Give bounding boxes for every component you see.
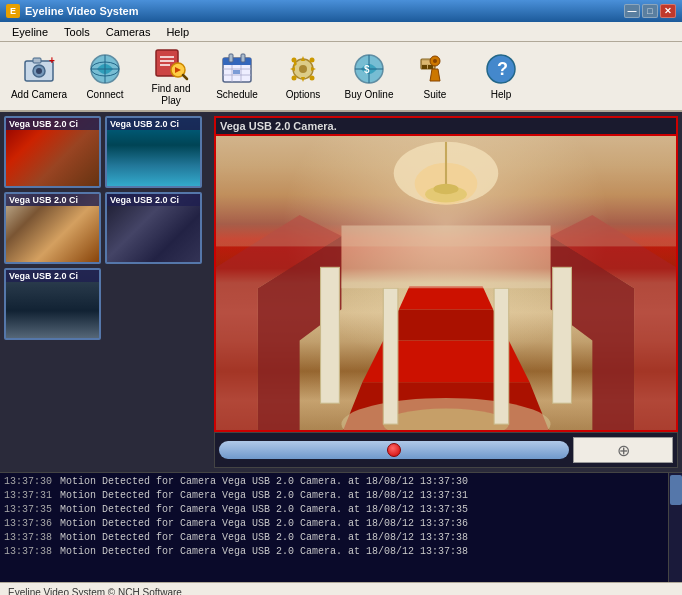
buy-online-icon: $ xyxy=(351,51,387,87)
log-entry-0: 13:37:30 Motion Detected for Camera Vega… xyxy=(4,475,678,488)
suite-button[interactable]: Suite xyxy=(404,46,466,106)
log-msg-4: Motion Detected for Camera Vega USB 2.0 … xyxy=(60,532,468,543)
connect-icon xyxy=(87,51,123,87)
window-title: Eyeline Video System xyxy=(25,5,624,17)
log-msg-3: Motion Detected for Camera Vega USB 2.0 … xyxy=(60,518,468,529)
window-controls: — □ ✕ xyxy=(624,4,676,18)
help-label: Help xyxy=(491,89,512,101)
svg-rect-24 xyxy=(233,70,240,74)
buy-online-button[interactable]: $ Buy Online xyxy=(338,46,400,106)
find-and-play-label: Find and Play xyxy=(141,83,201,107)
help-icon: ? xyxy=(483,51,519,87)
playback-position xyxy=(387,443,401,457)
main-video-panel: Vega USB 2.0 Camera. xyxy=(210,112,682,472)
playback-bar[interactable] xyxy=(219,441,569,459)
camera-thumb-3[interactable]: Vega USB 2.0 Ci xyxy=(4,192,101,264)
menu-help[interactable]: Help xyxy=(158,24,197,40)
svg-point-40 xyxy=(433,59,437,63)
camera-thumb-4[interactable]: Vega USB 2.0 Ci xyxy=(105,192,202,264)
camera-row-2: Vega USB 2.0 Ci Vega USB 2.0 Ci xyxy=(4,192,206,264)
svg-text:?: ? xyxy=(497,59,508,79)
svg-line-14 xyxy=(183,75,187,79)
status-bar: Eyeline Video System © NCH Software xyxy=(0,582,682,595)
svg-rect-59 xyxy=(383,288,398,424)
main-video-frame[interactable] xyxy=(214,134,678,432)
camera-row-3: Vega USB 2.0 Ci xyxy=(4,268,206,340)
log-time-0: 13:37:30 xyxy=(4,476,52,487)
svg-point-27 xyxy=(292,58,297,63)
minimize-button[interactable]: — xyxy=(624,4,640,18)
svg-rect-18 xyxy=(229,54,233,62)
camera-label-3: Vega USB 2.0 Ci xyxy=(6,194,99,206)
toolbar: + Add Camera Connect xyxy=(0,42,682,112)
svg-rect-36 xyxy=(422,65,427,69)
add-camera-button[interactable]: + Add Camera xyxy=(8,46,70,106)
log-time-4: 13:37:38 xyxy=(4,532,52,543)
schedule-button[interactable]: Schedule xyxy=(206,46,268,106)
app-icon: E xyxy=(6,4,20,18)
camera-label-5: Vega USB 2.0 Ci xyxy=(6,270,99,282)
find-and-play-button[interactable]: Find and Play xyxy=(140,46,202,106)
log-msg-0: Motion Detected for Camera Vega USB 2.0 … xyxy=(60,476,468,487)
menu-eyeline[interactable]: Eyeline xyxy=(4,24,56,40)
svg-rect-63 xyxy=(341,226,550,289)
title-bar: E Eyeline Video System — □ ✕ xyxy=(0,0,682,22)
connect-button[interactable]: Connect xyxy=(74,46,136,106)
log-entry-1: 13:37:31 Motion Detected for Camera Vega… xyxy=(4,489,678,502)
camera-row-1: Vega USB 2.0 Ci Vega USB 2.0 Ci xyxy=(4,116,206,188)
camera-thumb-5[interactable]: Vega USB 2.0 Ci xyxy=(4,268,101,340)
log-time-5: 13:37:38 xyxy=(4,546,52,557)
svg-rect-58 xyxy=(321,267,340,403)
menu-cameras[interactable]: Cameras xyxy=(98,24,159,40)
close-button[interactable]: ✕ xyxy=(660,4,676,18)
svg-rect-3 xyxy=(33,58,41,63)
log-entry-4: 13:37:38 Motion Detected for Camera Vega… xyxy=(4,531,678,544)
camera-label-2: Vega USB 2.0 Ci xyxy=(107,118,200,130)
connect-label: Connect xyxy=(86,89,123,101)
maximize-button[interactable]: □ xyxy=(642,4,658,18)
svg-point-29 xyxy=(292,76,297,81)
log-msg-2: Motion Detected for Camera Vega USB 2.0 … xyxy=(60,504,468,515)
status-text: Eyeline Video System © NCH Software xyxy=(8,587,182,595)
ptz-controls[interactable]: ⊕ xyxy=(573,437,673,463)
schedule-icon xyxy=(219,51,255,87)
log-msg-1: Motion Detected for Camera Vega USB 2.0 … xyxy=(60,490,468,501)
log-time-3: 13:37:36 xyxy=(4,518,52,529)
video-controls-bar: ⊕ xyxy=(214,432,678,468)
menu-tools[interactable]: Tools xyxy=(56,24,98,40)
camera-label-1: Vega USB 2.0 Ci xyxy=(6,118,99,130)
svg-rect-19 xyxy=(241,54,245,62)
svg-rect-17 xyxy=(223,58,251,65)
svg-rect-60 xyxy=(553,267,572,403)
svg-text:+: + xyxy=(49,55,55,66)
options-button[interactable]: Options xyxy=(272,46,334,106)
log-entry-5: 13:37:38 Motion Detected for Camera Vega… xyxy=(4,545,678,558)
svg-point-30 xyxy=(310,76,315,81)
svg-text:$: $ xyxy=(364,64,370,75)
video-title: Vega USB 2.0 Camera. xyxy=(214,116,678,134)
log-scrollbar-thumb xyxy=(670,475,682,505)
log-time-1: 13:37:31 xyxy=(4,490,52,501)
buy-online-label: Buy Online xyxy=(345,89,394,101)
log-entry-2: 13:37:35 Motion Detected for Camera Vega… xyxy=(4,503,678,516)
main-area: Vega USB 2.0 Ci Vega USB 2.0 Ci Vega USB… xyxy=(0,112,682,472)
options-label: Options xyxy=(286,89,320,101)
svg-point-26 xyxy=(299,65,307,73)
log-scrollbar[interactable] xyxy=(668,473,682,582)
add-camera-icon: + xyxy=(21,51,57,87)
svg-rect-61 xyxy=(494,288,509,424)
log-msg-5: Motion Detected for Camera Vega USB 2.0 … xyxy=(60,546,468,557)
log-entry-3: 13:37:36 Motion Detected for Camera Vega… xyxy=(4,517,678,530)
svg-marker-54 xyxy=(383,309,508,340)
help-button[interactable]: ? Help xyxy=(470,46,532,106)
svg-marker-55 xyxy=(399,286,493,309)
svg-point-28 xyxy=(310,58,315,63)
add-camera-label: Add Camera xyxy=(11,89,67,101)
camera-thumb-2[interactable]: Vega USB 2.0 Ci xyxy=(105,116,202,188)
find-and-play-icon xyxy=(153,45,189,81)
options-icon xyxy=(285,51,321,87)
log-area: 13:37:30 Motion Detected for Camera Vega… xyxy=(0,472,682,582)
camera-list-panel: Vega USB 2.0 Ci Vega USB 2.0 Ci Vega USB… xyxy=(0,112,210,472)
camera-thumb-1[interactable]: Vega USB 2.0 Ci xyxy=(4,116,101,188)
svg-point-2 xyxy=(36,68,42,74)
